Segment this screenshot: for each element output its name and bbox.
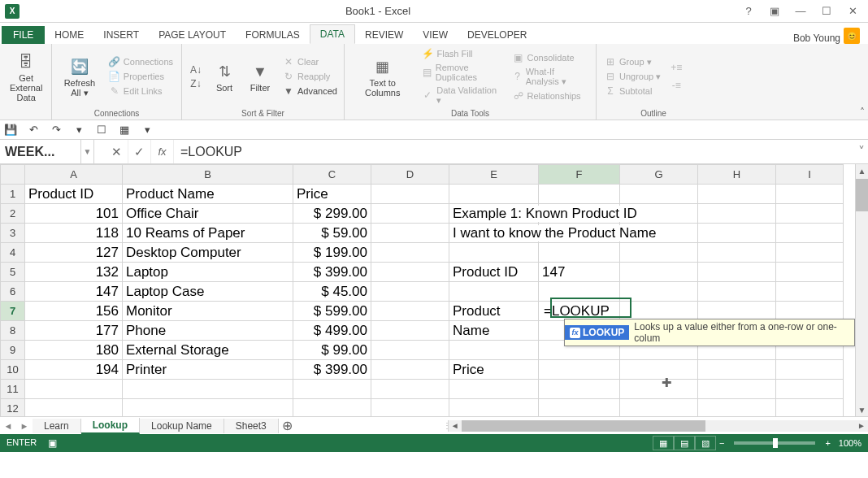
row-header-11[interactable]: 11 — [1, 380, 25, 399]
select-all-corner[interactable] — [1, 165, 25, 185]
cell-C11[interactable] — [293, 380, 371, 399]
cell-F1[interactable] — [539, 185, 620, 204]
tab-home[interactable]: HOME — [45, 26, 93, 44]
sheet-tab-learn[interactable]: Learn — [33, 419, 81, 433]
cell-C5[interactable]: $ 399.00 — [293, 263, 371, 282]
cell-B7[interactable]: Monitor — [123, 302, 293, 321]
tab-data[interactable]: DATA — [310, 24, 355, 44]
insert-function-button[interactable]: fx — [151, 140, 174, 163]
enter-formula-button[interactable]: ✓ — [128, 140, 151, 163]
cell-I6[interactable] — [776, 282, 844, 302]
text-to-columns-button[interactable]: ▦ Text to Columns — [349, 54, 416, 99]
normal-view-button[interactable]: ▦ — [653, 436, 674, 450]
cell-E6[interactable] — [449, 282, 539, 302]
cell-E8[interactable]: Name — [449, 321, 539, 341]
cell-E3[interactable]: I want to know the Product Name — [449, 224, 539, 243]
name-box-dropdown[interactable]: ▼ — [81, 140, 94, 163]
cell-A1[interactable]: Product ID — [25, 185, 123, 204]
formula-input[interactable]: =LOOKUP — [174, 140, 855, 163]
cell-D10[interactable] — [371, 360, 449, 380]
cell-G12[interactable] — [620, 399, 698, 417]
cell-H6[interactable] — [698, 282, 776, 302]
cell-F12[interactable] — [539, 399, 620, 417]
ungroup-button[interactable]: ⊟Ungroup ▾ — [601, 70, 664, 83]
cell-I3[interactable] — [776, 224, 844, 243]
cell-F11[interactable] — [539, 380, 620, 399]
cell-H7[interactable] — [698, 302, 776, 321]
tab-page-layout[interactable]: PAGE LAYOUT — [149, 26, 236, 44]
col-header-B[interactable]: B — [123, 165, 293, 185]
cancel-formula-button[interactable]: ✕ — [106, 140, 128, 163]
cell-D1[interactable] — [371, 185, 449, 204]
cell-E10[interactable]: Price — [449, 360, 539, 380]
cell-D5[interactable] — [371, 263, 449, 282]
collapse-ribbon-button[interactable]: ˄ — [860, 106, 865, 118]
redo-button[interactable]: ↷ — [49, 123, 63, 137]
sheet-tab-lookup[interactable]: Lookup — [81, 418, 140, 434]
vertical-scrollbar[interactable]: ▲ ▼ — [855, 164, 868, 416]
filter-button[interactable]: ▼ Filter — [244, 59, 276, 94]
cell-I12[interactable] — [776, 399, 844, 417]
cell-A8[interactable]: 177 — [25, 321, 123, 341]
col-header-A[interactable]: A — [25, 165, 123, 185]
cell-F7[interactable]: =LOOKUP — [539, 302, 620, 321]
group-button[interactable]: ⊞Group ▾ — [601, 55, 664, 68]
cell-B4[interactable]: Desktop Computer — [123, 243, 293, 263]
qat-customize[interactable]: ▾ — [140, 123, 154, 137]
cell-G5[interactable] — [620, 263, 698, 282]
cell-B12[interactable] — [123, 399, 293, 417]
cell-C10[interactable]: $ 399.00 — [293, 360, 371, 380]
col-header-D[interactable]: D — [371, 165, 449, 185]
cell-G7[interactable] — [620, 302, 698, 321]
tab-insert[interactable]: INSERT — [93, 26, 149, 44]
get-external-data-button[interactable]: 🗄 Get External Data — [5, 49, 47, 104]
cell-F6[interactable] — [539, 282, 620, 302]
cell-D11[interactable] — [371, 380, 449, 399]
qat-custom2[interactable]: ☐ — [94, 123, 109, 137]
cell-F5[interactable]: 147 — [539, 263, 620, 282]
sheet-nav-prev[interactable]: ◄ — [0, 421, 16, 431]
col-header-H[interactable]: H — [698, 165, 776, 185]
tab-review[interactable]: REVIEW — [355, 26, 413, 44]
cell-E7[interactable]: Product — [449, 302, 539, 321]
zoom-in-button[interactable]: + — [822, 438, 833, 448]
cell-F4[interactable] — [539, 243, 620, 263]
cell-H3[interactable] — [698, 224, 776, 243]
sheet-tab-sheet3[interactable]: Sheet3 — [224, 419, 279, 433]
cell-H4[interactable] — [698, 243, 776, 263]
tooltip-function-name[interactable]: fxLOOKUP — [565, 325, 629, 340]
col-header-F[interactable]: F — [539, 165, 620, 185]
cell-G10[interactable] — [620, 360, 698, 380]
cell-I7[interactable] — [776, 302, 844, 321]
cell-E2[interactable]: Example 1: Known Product ID — [449, 204, 539, 224]
cell-C4[interactable]: $ 199.00 — [293, 243, 371, 263]
sort-za-button[interactable]: Z↓ — [187, 77, 205, 90]
consolidate-button[interactable]: ▣Consolidate — [510, 51, 591, 64]
cell-C9[interactable]: $ 99.00 — [293, 341, 371, 360]
add-sheet-button[interactable]: ⊕ — [279, 418, 297, 433]
row-header-4[interactable]: 4 — [1, 243, 25, 263]
refresh-all-button[interactable]: 🔄 Refresh All ▾ — [57, 54, 102, 100]
cell-I1[interactable] — [776, 185, 844, 204]
user-avatar[interactable]: 😊 — [844, 28, 860, 44]
function-tooltip[interactable]: fxLOOKUP Looks up a value either from a … — [564, 319, 855, 346]
show-detail-button[interactable]: +≡ — [667, 61, 685, 74]
data-validation-button[interactable]: ✓Data Validation ▾ — [419, 85, 506, 106]
sort-az-button[interactable]: A↓ — [187, 63, 205, 76]
scroll-left-button[interactable]: ◄ — [449, 421, 462, 430]
cell-E12[interactable] — [449, 399, 539, 417]
tab-developer[interactable]: DEVELOPER — [458, 26, 536, 44]
row-header-2[interactable]: 2 — [1, 204, 25, 224]
close-button[interactable]: ✕ — [840, 2, 865, 20]
row-header-8[interactable]: 8 — [1, 321, 25, 341]
sheet-table[interactable]: A B C D E F G H I 1Product IDProduct Nam… — [0, 164, 844, 416]
sheet-tab-lookup-name[interactable]: Lookup Name — [140, 419, 224, 433]
cell-G11[interactable] — [620, 380, 698, 399]
sheet-nav-next[interactable]: ► — [16, 421, 33, 431]
cell-I11[interactable] — [776, 380, 844, 399]
qat-custom3[interactable]: ▦ — [117, 123, 132, 137]
cell-A11[interactable] — [25, 380, 123, 399]
tab-view[interactable]: VIEW — [413, 26, 458, 44]
row-header-7[interactable]: 7 — [1, 302, 25, 321]
qat-custom1[interactable]: ▾ — [72, 123, 86, 137]
